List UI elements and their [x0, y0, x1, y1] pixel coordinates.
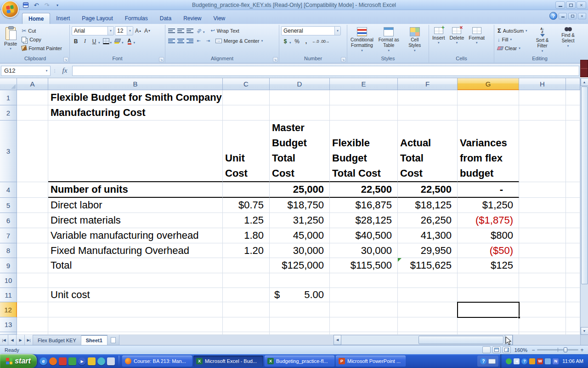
- cell-E9[interactable]: $115,500: [330, 258, 398, 273]
- page-break-view-button[interactable]: [503, 346, 511, 353]
- fill-button[interactable]: ↓Fill▾: [496, 35, 529, 44]
- column-header-H[interactable]: H: [519, 78, 566, 90]
- tray-word-icon[interactable]: W: [537, 358, 543, 364]
- cell-C4[interactable]: [223, 182, 270, 198]
- horizontal-scrollbar[interactable]: ◀ ▶: [334, 335, 513, 345]
- cell-D2[interactable]: [270, 105, 330, 121]
- horizontal-scroll-thumb[interactable]: [418, 336, 503, 344]
- insert-function-button[interactable]: fx: [59, 67, 71, 75]
- quick-launch-firefox-icon[interactable]: [49, 357, 57, 365]
- cell-G2[interactable]: [458, 105, 519, 121]
- cell-F4[interactable]: 22,500: [398, 182, 458, 198]
- zoom-out-button[interactable]: −: [531, 347, 536, 353]
- cut-button[interactable]: ✂Cut: [20, 26, 63, 35]
- row-header-10[interactable]: 10: [0, 273, 17, 288]
- undo-button[interactable]: ↶: [32, 1, 41, 9]
- cell-C11[interactable]: [223, 288, 270, 302]
- ribbon-tab-home[interactable]: Home: [22, 13, 50, 24]
- cell-E1[interactable]: [330, 90, 398, 105]
- next-sheet-button[interactable]: ▶: [17, 335, 25, 345]
- cell-H2[interactable]: [519, 105, 566, 121]
- row-header-3[interactable]: 3: [0, 121, 17, 182]
- office-button[interactable]: [1, 0, 19, 18]
- cell-B13[interactable]: [48, 317, 223, 332]
- align-bottom-button[interactable]: [186, 26, 194, 35]
- cell-C10[interactable]: [223, 273, 270, 288]
- column-header-B[interactable]: B: [48, 78, 223, 90]
- ribbon-tab-page-layout[interactable]: Page Layout: [76, 13, 119, 24]
- sheet-tab-sheet1[interactable]: Sheet1: [81, 335, 107, 345]
- cell-F13[interactable]: [398, 317, 458, 332]
- column-header-E[interactable]: E: [330, 78, 398, 90]
- row-header-6[interactable]: 6: [0, 213, 17, 228]
- cell-A5[interactable]: [17, 198, 48, 213]
- cell-B2[interactable]: Manufacturing Cost: [48, 105, 223, 121]
- align-left-button[interactable]: [167, 36, 175, 45]
- name-box[interactable]: G12▾: [1, 66, 51, 76]
- cell-B4[interactable]: Number of units: [48, 182, 223, 198]
- cell-x7[interactable]: [566, 228, 580, 243]
- redo-button[interactable]: ↷: [42, 1, 51, 9]
- quick-launch-app-red-icon[interactable]: [59, 357, 67, 365]
- cell-G4[interactable]: -: [458, 182, 519, 198]
- cell-C9[interactable]: [223, 258, 270, 273]
- cell-F1[interactable]: [398, 90, 458, 105]
- help-button[interactable]: ?: [549, 12, 557, 20]
- column-header-D[interactable]: D: [270, 78, 330, 90]
- ribbon-tab-data[interactable]: Data: [154, 13, 177, 24]
- cell-E4[interactable]: 22,500: [330, 182, 398, 198]
- fill-handle[interactable]: [518, 316, 520, 319]
- cell-B5[interactable]: Direct labor: [48, 198, 223, 213]
- cell-x9[interactable]: [566, 258, 580, 273]
- cell-styles-button[interactable]: Cell Styles▾: [403, 26, 427, 56]
- cell-B1[interactable]: Flexible Budget for Smith Company: [48, 90, 223, 105]
- cell-A10[interactable]: [17, 273, 48, 288]
- cell-D7[interactable]: 45,000: [270, 228, 330, 243]
- font-color-button[interactable]: A: [125, 37, 134, 46]
- normal-view-button[interactable]: [482, 346, 491, 353]
- column-header-C[interactable]: C: [223, 78, 270, 90]
- ribbon-tab-insert[interactable]: Insert: [50, 13, 76, 24]
- cell-E10[interactable]: [330, 273, 398, 288]
- accounting-format-button[interactable]: $: [281, 37, 289, 46]
- quick-launch-app-green-icon[interactable]: [68, 357, 76, 365]
- last-sheet-button[interactable]: ▶|: [25, 335, 33, 345]
- number-dialog-launcher[interactable]: ↘: [341, 57, 346, 62]
- cell-E3[interactable]: Flexible Budget Total Cost: [330, 121, 398, 182]
- cell-H6[interactable]: [519, 213, 566, 228]
- save-button[interactable]: [21, 1, 30, 9]
- cell-H12[interactable]: [519, 302, 566, 317]
- formula-input[interactable]: [72, 66, 579, 76]
- restore-button[interactable]: [566, 1, 576, 9]
- row-header-5[interactable]: 5: [0, 198, 17, 213]
- cell-D10[interactable]: [270, 273, 330, 288]
- quick-launch-media-player-icon[interactable]: ▸: [78, 357, 86, 365]
- zoom-slider-thumb[interactable]: [564, 347, 567, 352]
- name-box-arrow-icon[interactable]: ▾: [43, 69, 50, 73]
- cell-D3[interactable]: Master Budget Total Cost: [270, 121, 330, 182]
- cell-F2[interactable]: [398, 105, 458, 121]
- font-family-select[interactable]: Arial▾: [72, 26, 114, 35]
- increase-decimal-button[interactable]: ←.0: [311, 37, 320, 46]
- fill-color-button[interactable]: [113, 37, 122, 46]
- cell-C2[interactable]: [223, 105, 270, 121]
- decrease-decimal-button[interactable]: .00→: [321, 37, 330, 46]
- start-button[interactable]: start: [0, 354, 37, 368]
- cell-C1[interactable]: [223, 90, 270, 105]
- align-middle-button[interactable]: [176, 26, 185, 35]
- paste-button[interactable]: Paste ▾: [3, 26, 18, 56]
- decrease-indent-button[interactable]: ⇤: [195, 36, 203, 45]
- cell-H13[interactable]: [519, 317, 566, 332]
- cell-A3[interactable]: [17, 121, 48, 182]
- cell-D6[interactable]: 31,250: [270, 213, 330, 228]
- cell-C5[interactable]: $0.75: [223, 198, 270, 213]
- cell-x3[interactable]: [566, 121, 580, 182]
- taskbar-button-excel[interactable]: Budgeting_practice-fl...: [265, 356, 334, 367]
- format-as-table-button[interactable]: Format as Table▾: [377, 26, 401, 56]
- cell-F12[interactable]: [398, 302, 458, 317]
- row-header-8[interactable]: 8: [0, 243, 17, 258]
- quick-launch-app-teal-icon[interactable]: [97, 357, 105, 365]
- cell-B11[interactable]: Unit cost: [48, 288, 223, 302]
- cell-G7[interactable]: $800: [458, 228, 519, 243]
- qat-customize-button[interactable]: ▾: [53, 1, 62, 9]
